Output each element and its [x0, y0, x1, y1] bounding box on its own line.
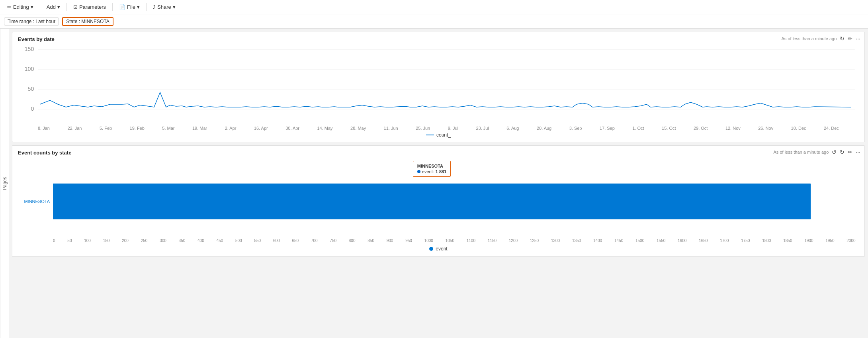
state-filter[interactable]: State : MINNESOTA [62, 17, 113, 26]
svg-text:150: 150 [25, 46, 34, 52]
x-label-aug6: 6. Aug [506, 126, 519, 131]
share-chevron-icon: ▾ [173, 4, 176, 10]
x2-450: 450 [217, 238, 223, 243]
x2-1050: 1050 [446, 238, 454, 243]
divider-1 [40, 3, 40, 11]
x2-1700: 1700 [720, 238, 729, 243]
params-icon: ⊡ [73, 4, 78, 10]
x2-1450: 1450 [614, 238, 623, 243]
share-menu[interactable]: ⤴ Share ▾ [150, 2, 179, 12]
x2-1650: 1650 [699, 238, 708, 243]
events-by-date-panel: Events by date As of less than a minute … [12, 32, 865, 142]
x2-1200: 1200 [509, 238, 518, 243]
divider-3 [112, 3, 113, 11]
x2-1750: 1750 [741, 238, 750, 243]
file-menu[interactable]: 📄 File ▾ [116, 2, 143, 12]
x2-1850: 1850 [783, 238, 792, 243]
share-label: Share [157, 4, 171, 10]
x2-50: 50 [67, 238, 72, 243]
file-chevron-icon: ▾ [137, 4, 140, 10]
x2-1100: 1100 [467, 238, 475, 243]
x-label-apr16: 16. Apr [254, 126, 268, 131]
x-label-apr2: 2. Apr [225, 126, 237, 131]
chart1-timestamp: As of less than a minute ago [782, 36, 837, 41]
x2-1400: 1400 [593, 238, 602, 243]
x-label-jan8: 8. Jan [38, 126, 50, 131]
x-label-apr30: 30. Apr [285, 126, 299, 131]
chart1-legend-line [426, 135, 434, 135]
x2-1300: 1300 [551, 238, 560, 243]
chart1-more-icon[interactable]: ··· [856, 35, 860, 42]
x2-500: 500 [235, 238, 242, 243]
x2-1500: 1500 [635, 238, 644, 243]
x-label-oct15: 15. Oct [662, 126, 676, 131]
x2-1550: 1550 [657, 238, 665, 243]
x-label-may14: 14. May [317, 126, 332, 131]
x2-650: 650 [292, 238, 299, 243]
x-label-nov26: 26. Nov [758, 126, 773, 131]
x2-250: 250 [141, 238, 148, 243]
x-label-mar5: 5. Mar [162, 126, 174, 131]
x-label-dec24: 24. Dec [824, 126, 839, 131]
chart2-more-icon[interactable]: ··· [856, 149, 860, 155]
x2-1600: 1600 [678, 238, 686, 243]
line-chart-container: 150 100 50 0 [18, 45, 859, 125]
time-range-filter[interactable]: Time range : Last hour [4, 18, 59, 25]
file-icon: 📄 [119, 4, 125, 10]
svg-text:100: 100 [25, 66, 34, 72]
x2-1800: 1800 [762, 238, 771, 243]
x-label-sep3: 3. Sep [569, 126, 582, 131]
filter-bar: Time range : Last hour State : MINNESOTA [0, 14, 868, 29]
divider-4 [146, 3, 147, 11]
chart2-legend: event [18, 246, 859, 252]
add-chevron-icon: ▾ [57, 4, 60, 10]
chart2-edit-icon[interactable]: ✏ [848, 149, 852, 155]
bar-state-label: MINNESOTA [21, 168, 53, 235]
chart1-actions: As of less than a minute ago ↻ ✏ ··· [782, 35, 860, 42]
top-bar: ✏ Editing ▾ Add ▾ ⊡ Parameters 📄 File ▾ … [0, 0, 868, 14]
x-label-dec10: 10. Dec [791, 126, 806, 131]
chart2-timestamp: As of less than a minute ago [774, 150, 829, 154]
chart2-legend-label: event [436, 246, 447, 252]
x2-1950: 1950 [825, 238, 834, 243]
pages-sidebar[interactable]: Pages [0, 29, 9, 260]
editing-menu[interactable]: ✏ Editing ▾ [4, 2, 37, 12]
x2-1150: 1150 [488, 238, 497, 243]
x2-150: 150 [103, 238, 110, 243]
state-label: State : MINNESOTA [66, 19, 109, 24]
x2-2000: 2000 [846, 238, 855, 243]
chart2-refresh-icon[interactable]: ↻ [840, 149, 845, 155]
x-label-mar19: 19. Mar [192, 126, 207, 131]
x-label-may28: 28. May [350, 126, 366, 131]
x2-200: 200 [122, 238, 129, 243]
x2-800: 800 [349, 238, 356, 243]
x-label-oct1: 1. Oct [632, 126, 644, 131]
add-menu[interactable]: Add ▾ [43, 2, 63, 12]
chart2-reset-icon[interactable]: ↺ [832, 149, 837, 155]
edit-icon: ✏ [7, 4, 12, 10]
parameters-menu[interactable]: ⊡ Parameters [70, 2, 109, 12]
x2-1350: 1350 [572, 238, 581, 243]
x2-300: 300 [160, 238, 166, 243]
editing-chevron-icon: ▾ [31, 4, 33, 10]
chart1-title: Events by date [18, 36, 859, 42]
x2-950: 950 [405, 238, 412, 243]
x-label-jun25: 25. Jun [416, 126, 430, 131]
x2-0: 0 [53, 238, 55, 243]
add-label: Add [47, 4, 56, 10]
chart1-legend: count_ [18, 132, 859, 138]
x2-1250: 1250 [530, 238, 539, 243]
x2-700: 700 [311, 238, 318, 243]
chart1-edit-icon[interactable]: ✏ [848, 35, 852, 42]
parameters-label: Parameters [79, 4, 106, 10]
pages-label: Pages [2, 176, 8, 190]
svg-text:50: 50 [28, 86, 34, 92]
x2-1000: 1000 [424, 238, 433, 243]
x-label-jan22: 22. Jan [67, 126, 82, 131]
chart1-legend-label: count_ [436, 132, 451, 138]
chart1-refresh-icon[interactable]: ↻ [840, 35, 845, 42]
x-label-aug20: 20. Aug [537, 126, 551, 131]
x-label-feb19: 19. Feb [130, 126, 145, 131]
line-chart-svg: 150 100 50 0 [18, 45, 859, 125]
x2-850: 850 [368, 238, 374, 243]
